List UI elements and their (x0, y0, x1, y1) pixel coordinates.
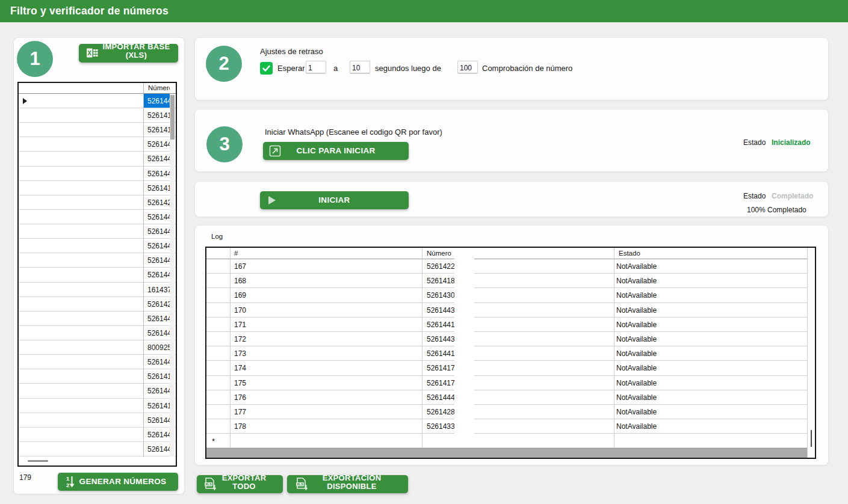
log-grid-row[interactable]: 17852614333NotAvailable (206, 419, 815, 434)
log-row-estado-cell[interactable]: NotAvailable (616, 422, 657, 431)
numbers-grid-row[interactable]: 526144 (19, 428, 176, 442)
numbers-grid-cell[interactable]: 526144 (147, 387, 170, 395)
numbers-grid-row[interactable]: 526144 (19, 253, 176, 268)
numbers-grid-cell[interactable]: 526144 (147, 256, 170, 265)
numbers-grid-row[interactable]: 526141 (19, 399, 176, 413)
log-grid[interactable]: #NúmeroEstado16752614223NotAvailable1685… (205, 247, 816, 459)
log-row-estado-cell[interactable]: NotAvailable (616, 335, 657, 343)
numbers-grid-row[interactable]: 526144 (19, 355, 176, 369)
numbers-grid-row[interactable]: 526144 (19, 442, 176, 456)
numbers-grid-cell[interactable]: 526144 (147, 140, 170, 149)
numbers-grid-row[interactable]: 526141 (19, 369, 176, 384)
numbers-grid-row[interactable]: 526144 (19, 224, 176, 239)
numbers-grid-hscrollbar-thumb[interactable] (28, 460, 48, 462)
numbers-grid-cell[interactable]: 526144 (147, 170, 170, 178)
log-grid-vscrollbar-thumb[interactable] (811, 430, 812, 447)
log-grid-row[interactable]: 17352614418NotAvailable (206, 346, 815, 361)
click-to-start-button[interactable]: CLIC PARA INICIAR (263, 142, 409, 160)
log-row-index-cell[interactable]: 176 (234, 393, 246, 402)
log-grid-hscrollbar[interactable] (206, 448, 807, 458)
log-row-numero-cell[interactable]: 52614411 (427, 321, 459, 329)
numbers-grid-row[interactable]: 526144 (19, 167, 176, 181)
numbers-grid-cell[interactable]: 526144 (147, 445, 170, 453)
numbers-grid-cell[interactable]: 526141 (147, 126, 170, 134)
log-row-index-cell[interactable]: 178 (234, 422, 246, 431)
generate-numbers-button[interactable]: 1 2 GENERAR NÚMEROS (58, 473, 178, 491)
numbers-grid-row[interactable]: 526144 (19, 210, 176, 224)
log-grid-row[interactable]: 17252614433NotAvailable (206, 332, 815, 346)
log-row-index-cell[interactable]: 170 (234, 306, 246, 315)
log-row-index-cell[interactable]: 173 (234, 349, 246, 358)
log-row-estado-cell[interactable]: NotAvailable (616, 349, 657, 358)
log-grid-new-row[interactable]: * (206, 434, 815, 448)
log-row-estado-cell[interactable]: NotAvailable (616, 408, 657, 416)
numbers-grid-cell[interactable]: 526144 (147, 358, 170, 366)
numbers-grid-row[interactable]: 161437 (19, 283, 176, 297)
check-count-input[interactable] (457, 61, 478, 73)
numbers-grid-row[interactable]: 526144 (19, 94, 176, 108)
numbers-grid-cell[interactable]: 526142 (147, 198, 170, 207)
log-row-estado-cell[interactable]: NotAvailable (616, 262, 657, 271)
numbers-grid-cell[interactable]: 526142 (147, 300, 170, 309)
numbers-grid-row[interactable]: 526144 (19, 413, 176, 428)
log-row-estado-cell[interactable]: NotAvailable (616, 291, 657, 300)
numbers-grid-row[interactable]: 800925 (19, 340, 176, 355)
log-row-index-cell[interactable]: 172 (234, 335, 246, 343)
numbers-grid-cell[interactable]: 526144 (147, 97, 170, 105)
numbers-grid-row[interactable]: 526142 (19, 195, 176, 210)
log-grid-row[interactable]: 17552614171NotAvailable (206, 376, 815, 390)
log-grid-row[interactable]: 17452614178NotAvailable (206, 361, 815, 375)
numbers-grid-row[interactable]: 526141 (19, 123, 176, 137)
numbers-grid-cell[interactable]: 800925 (147, 343, 170, 352)
wait-checkbox[interactable] (260, 62, 273, 75)
numbers-grid-cell[interactable]: 526144 (147, 213, 170, 221)
numbers-grid-vscrollbar-thumb[interactable] (170, 95, 175, 140)
numbers-grid-row[interactable]: 526141 (19, 108, 176, 123)
log-row-estado-cell[interactable]: NotAvailable (616, 277, 657, 285)
numbers-grid-cell[interactable]: 526144 (147, 271, 170, 279)
log-row-index-cell[interactable]: 174 (234, 364, 246, 372)
numbers-grid-cell[interactable]: 526144 (147, 227, 170, 236)
log-grid-row[interactable]: 16952614300NotAvailable (206, 288, 815, 303)
log-row-index-cell[interactable]: 168 (234, 277, 246, 285)
export-available-button[interactable]: XLS EXPORTACIÓN DISPONIBLE (287, 475, 408, 493)
numbers-grid-row[interactable]: 526141 (19, 181, 176, 195)
log-grid-row[interactable]: 17652614441NotAvailable (206, 390, 815, 405)
log-grid-row[interactable]: 17152614411NotAvailable (206, 318, 815, 332)
numbers-grid-cell[interactable]: 526141 (147, 402, 170, 410)
numbers-grid[interactable]: Número5261445261415261415261445261445261… (17, 82, 177, 467)
numbers-grid-cell[interactable]: 526141 (147, 372, 170, 381)
numbers-grid-cell[interactable]: 526141 (147, 111, 170, 120)
numbers-grid-row[interactable]: 526142 (19, 297, 176, 312)
log-row-index-cell[interactable]: 169 (234, 291, 246, 300)
numbers-grid-row[interactable]: 526144 (19, 239, 176, 253)
numbers-grid-cell[interactable]: 526144 (147, 315, 170, 323)
log-grid-row[interactable]: 16852614185NotAvailable (206, 274, 815, 288)
min-seconds-input[interactable] (306, 61, 326, 73)
log-grid-row[interactable]: 16752614223NotAvailable (206, 259, 815, 274)
import-base-button[interactable]: X IMPORTAR BASE (XLS) (79, 44, 178, 63)
log-row-index-cell[interactable]: 177 (234, 408, 246, 416)
log-grid-row[interactable]: 17752614288NotAvailable (206, 405, 815, 419)
log-row-estado-cell[interactable]: NotAvailable (616, 321, 657, 329)
log-row-index-cell[interactable]: 175 (234, 379, 246, 387)
export-all-button[interactable]: XLS EXPORTAR TODO (197, 475, 283, 493)
numbers-grid-row[interactable]: 526144 (19, 384, 176, 398)
numbers-grid-cell[interactable]: 526144 (147, 329, 170, 337)
numbers-grid-cell[interactable]: 526144 (147, 242, 170, 250)
log-row-index-cell[interactable]: 171 (234, 321, 246, 329)
numbers-grid-row[interactable]: 526144 (19, 312, 176, 326)
numbers-grid-cell[interactable]: 526141 (147, 184, 170, 192)
start-button[interactable]: INICIAR (260, 191, 409, 209)
numbers-grid-row[interactable]: 526144 (19, 152, 176, 166)
log-row-estado-cell[interactable]: NotAvailable (616, 306, 657, 315)
log-row-estado-cell[interactable]: NotAvailable (616, 393, 657, 402)
numbers-grid-vertical-scrollbar[interactable] (170, 94, 175, 456)
numbers-grid-row[interactable]: 526144 (19, 137, 176, 152)
numbers-grid-row[interactable]: 526144 (19, 268, 176, 282)
numbers-grid-cell[interactable]: 526144 (147, 155, 170, 163)
numbers-grid-cell[interactable]: 161437 (147, 286, 170, 294)
max-seconds-input[interactable] (350, 61, 370, 73)
log-grid-vertical-scrollbar[interactable] (807, 248, 815, 458)
numbers-grid-row[interactable]: 526144 (19, 326, 176, 340)
